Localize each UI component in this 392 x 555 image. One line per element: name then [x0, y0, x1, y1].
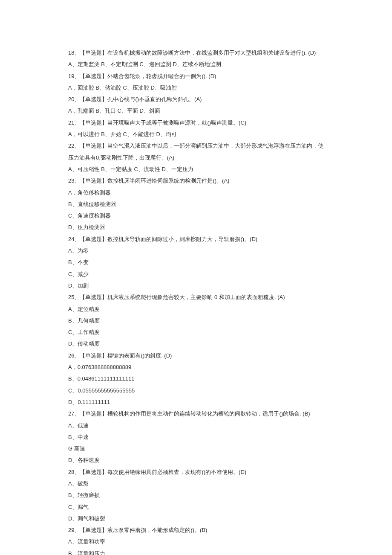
- text-line: B、直线位移检测器: [68, 198, 324, 210]
- text-line: D、传动精度: [68, 338, 324, 349]
- text-line: C、工作精度: [68, 326, 324, 338]
- text-line: A，孔端面 B、孔口 C、平面 D、斜面: [68, 105, 324, 116]
- text-line: B、0.04861111111111111: [68, 373, 324, 384]
- text-line: B、中速: [68, 431, 324, 443]
- text-line: 26、【单选题】楔键的表面有()的斜度. (D): [68, 350, 324, 361]
- text-line: C、0.05555555555555555: [68, 385, 324, 396]
- text-line: A、定期监测 B、不定期监测 C、巡回监测 D、连续不断地监测: [68, 58, 324, 70]
- text-line: C、漏气: [68, 501, 324, 513]
- text-line: B、几何精度: [68, 315, 324, 326]
- text-line: D、各种速度: [68, 454, 324, 466]
- text-line: A、为零: [68, 245, 324, 256]
- text-line: D、压力检测器: [68, 221, 324, 233]
- text-line: A，0.0763888888888889: [68, 361, 324, 373]
- text-line: 20、【单选题】孔中心线与()不垂直的孔称为斜孔。(A): [68, 93, 324, 105]
- text-line: 24、【单选题】数控机床导轨面的间隙过小，则摩擦阻力大，导轨磨损()。(D): [68, 233, 324, 245]
- text-line: 21、【单选题】当环境噪声大于或等于被测噪声源时，就()噪声测量。(C): [68, 117, 324, 128]
- text-line: A，回油腔 B、储油腔 C、压油腔 D、吸油腔: [68, 82, 324, 93]
- text-line: A、流量和功率: [68, 536, 324, 547]
- text-line: 22、【单选题】当空气混入液压油中以后，一部分溶解到压力油中，大部分形成气泡浮游…: [68, 140, 324, 163]
- text-line: G 高速: [68, 443, 324, 454]
- text-line: 18、【单选题】在设备机械振动的故障诊断方法中，在线监测多用于对大型机组和关键设…: [68, 47, 324, 58]
- text-line: 29、【单选题】液压泵零件磨损，不能形成额定的()。(B): [68, 524, 324, 536]
- text-line: A、可压缩性 B、一定黏度 C、流动性 D、一定压力: [68, 163, 324, 175]
- text-line: 19、【单选题】外啮合齿轮泵，轮齿脱开啮合的一侧为(). (D): [68, 70, 324, 82]
- text-line: D、加剧: [68, 280, 324, 291]
- text-line: B、轻微磨损: [68, 489, 324, 501]
- text-line: D、0.111111111: [68, 396, 324, 408]
- text-line: A、低速: [68, 420, 324, 431]
- text-line: A、定位精度: [68, 303, 324, 315]
- text-line: 25、【单选题】机床液压系统爬行现象危害较大，主要影响 0 和加工面的表面粗糙度…: [68, 291, 324, 303]
- text-line: 28、【单选题】每次使用绝缘用具前必须检查，发现有()的不准使用。(D): [68, 466, 324, 478]
- text-line: C、角速度检测器: [68, 210, 324, 221]
- text-line: D、漏气和破裂: [68, 513, 324, 524]
- text-line: A，角位移检测器: [68, 187, 324, 198]
- text-line: A、破裂: [68, 478, 324, 489]
- text-line: 27、【单选题】槽轮机构的作用是将主动件的连续转动转化为槽轮的间歇转动，适用于(…: [68, 408, 324, 419]
- text-line: B、流量和压力: [68, 548, 324, 555]
- document-body: 18、【单选题】在设备机械振动的故障诊断方法中，在线监测多用于对大型机组和关键设…: [68, 47, 324, 555]
- text-line: C、减少: [68, 268, 324, 280]
- text-line: B、不变: [68, 256, 324, 268]
- text-line: 23、【单选题】数控机床半闭环进给伺服系统的检测元件是()。(A): [68, 175, 324, 186]
- text-line: A，可以进行 B、开始 C、不能进行 D、均可: [68, 128, 324, 140]
